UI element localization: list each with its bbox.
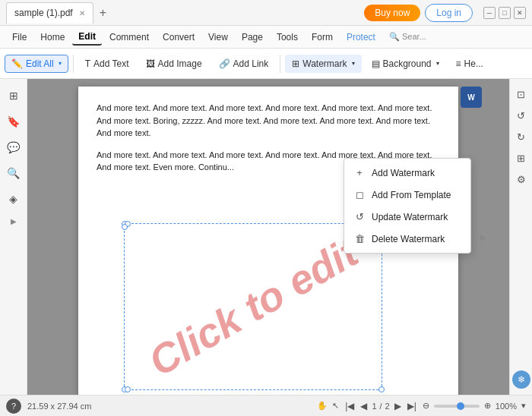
minimize-button[interactable]: ─ xyxy=(483,7,496,19)
link-icon: 🔗 xyxy=(219,58,230,69)
menu-page[interactable]: Page xyxy=(236,30,269,45)
help-snowflake-icon[interactable]: ❄ xyxy=(512,370,530,389)
menu-protect[interactable]: Protect xyxy=(340,30,382,45)
buy-now-button[interactable]: Buy now xyxy=(364,5,420,21)
window-controls: ─ □ ✕ xyxy=(483,7,526,19)
add-watermark-icon: + xyxy=(353,167,366,178)
new-tab-button[interactable]: + xyxy=(100,6,106,20)
background-dropdown-arrow: ▾ xyxy=(436,60,439,67)
prev-page-button[interactable]: ◀ xyxy=(359,401,369,411)
menu-search[interactable]: 🔍 Sear... xyxy=(383,30,432,44)
close-button[interactable]: ✕ xyxy=(514,7,526,19)
current-page: 1 xyxy=(372,402,376,411)
replace-image-icon[interactable]: ⊞ xyxy=(512,149,530,167)
tab-close-icon[interactable]: ✕ xyxy=(79,9,85,17)
login-button[interactable]: Log in xyxy=(425,4,473,22)
menu-convert[interactable]: Convert xyxy=(157,30,201,45)
right-panel-toggle[interactable]: ▶ xyxy=(480,233,486,241)
menu-tools[interactable]: Tools xyxy=(271,30,304,45)
menu-bar: File Home Edit Comment Convert View Page… xyxy=(0,26,532,49)
restore-button[interactable]: □ xyxy=(499,7,511,19)
watermark-button[interactable]: ⊞ Watermark ▾ xyxy=(285,55,361,73)
background-button[interactable]: ▤ Background ▾ xyxy=(365,55,446,73)
pdf-content-area: And more text. And more text. And more t… xyxy=(27,79,509,395)
search-panel-icon[interactable]: 🔍 xyxy=(3,162,24,184)
zoom-in-icon[interactable]: ⊕ xyxy=(484,401,491,411)
select-tool-icon[interactable]: ↖ xyxy=(332,401,339,411)
zoom-dropdown-arrow[interactable]: ▾ xyxy=(521,401,526,411)
right-panel: ⊡ ↺ ↻ ⊞ ⚙ ❄ xyxy=(509,79,532,395)
handle-bot-left[interactable] xyxy=(122,386,128,392)
header-icon: ≡ xyxy=(456,58,461,69)
menu-comment[interactable]: Comment xyxy=(103,30,155,45)
handle-top-center[interactable] xyxy=(125,221,131,227)
page-sep: / xyxy=(380,402,382,411)
rotate-cw-icon[interactable]: ↻ xyxy=(512,128,530,146)
add-image-button[interactable]: 🖼 Add Image xyxy=(139,55,209,73)
properties-icon[interactable]: ⚙ xyxy=(512,170,530,188)
menu-form[interactable]: Form xyxy=(306,30,339,45)
zoom-slider[interactable] xyxy=(434,405,480,408)
zoom-out-icon[interactable]: ⊖ xyxy=(423,401,429,411)
status-right: ✋ ↖ |◀ ◀ 1 / 2 ▶ ▶| ⊖ ⊕ 100% ▾ xyxy=(317,401,526,411)
layers-panel-icon[interactable]: ◈ xyxy=(3,188,24,210)
pdf-tab[interactable]: sample (1).pdf ✕ xyxy=(6,2,93,24)
bookmarks-panel-icon[interactable]: 🔖 xyxy=(3,111,24,132)
edit-icon: ✏️ xyxy=(11,58,23,69)
word-badge: W xyxy=(461,87,482,108)
handle-bot-right[interactable] xyxy=(378,386,385,392)
toolbar-separator xyxy=(73,55,74,73)
zoom-thumb xyxy=(457,402,464,410)
watermark-text: Click to edit xyxy=(141,228,366,386)
tab-label: sample (1).pdf xyxy=(14,8,73,18)
delete-watermark-item[interactable]: 🗑 Delete Watermark xyxy=(344,228,470,250)
edit-all-button[interactable]: ✏️ Edit All ▾ xyxy=(5,55,68,73)
handle-bot-center[interactable] xyxy=(125,386,131,392)
header-button[interactable]: ≡ He... xyxy=(449,55,490,73)
delete-icon: 🗑 xyxy=(353,233,366,244)
background-icon: ▤ xyxy=(372,58,380,69)
rotate-ccw-icon[interactable]: ↺ xyxy=(512,106,530,124)
page-dimensions: 21.59 x 27.94 cm xyxy=(27,402,91,411)
title-bar-actions: Buy now Log in ─ □ ✕ xyxy=(364,4,526,22)
panel-expand-arrow[interactable]: ▶ xyxy=(11,217,17,225)
main-layout: ⊞ 🔖 💬 🔍 ◈ ▶ And more text. And more text… xyxy=(0,79,532,395)
pages-panel-icon[interactable]: ⊞ xyxy=(3,85,24,106)
watermark-icon: ⊞ xyxy=(292,58,299,69)
handle-top-left[interactable] xyxy=(122,221,128,227)
menu-view[interactable]: View xyxy=(202,30,234,45)
watermark-dropdown-menu: + Add Watermark ◻ Add From Template ↺ Up… xyxy=(344,158,471,254)
edit-dropdown-arrow: ▾ xyxy=(59,60,62,67)
update-icon: ↺ xyxy=(353,211,366,222)
update-watermark-item[interactable]: ↺ Update Watermark xyxy=(344,206,470,228)
handle-mid-left[interactable] xyxy=(122,224,128,230)
toolbar-separator-2 xyxy=(280,55,280,73)
hand-tool-icon[interactable]: ✋ xyxy=(317,401,328,411)
title-bar: sample (1).pdf ✕ + Buy now Log in ─ □ ✕ xyxy=(0,0,532,26)
add-text-icon: T xyxy=(85,58,90,69)
comments-panel-icon[interactable]: 💬 xyxy=(3,137,24,158)
add-watermark-item[interactable]: + Add Watermark xyxy=(344,162,470,184)
zoom-level: 100% xyxy=(496,402,517,411)
template-icon: ◻ xyxy=(353,189,366,200)
menu-edit[interactable]: Edit xyxy=(72,29,102,46)
page-navigation: |◀ ◀ 1 / 2 ▶ ▶| xyxy=(344,401,418,411)
status-bar: ? 21.59 x 27.94 cm ✋ ↖ |◀ ◀ 1 / 2 ▶ ▶| ⊖… xyxy=(0,395,532,416)
add-link-button[interactable]: 🔗 Add Link xyxy=(212,55,276,73)
last-page-button[interactable]: ▶| xyxy=(406,401,418,411)
help-button[interactable]: ? xyxy=(6,399,21,414)
crop-icon[interactable]: ⊡ xyxy=(512,85,530,103)
left-panel: ⊞ 🔖 💬 🔍 ◈ ▶ xyxy=(0,79,27,395)
watermark-dropdown-arrow: ▾ xyxy=(352,60,355,67)
add-text-button[interactable]: T Add Text xyxy=(78,55,136,73)
menu-home[interactable]: Home xyxy=(34,30,71,45)
toolbar: ✏️ Edit All ▾ T Add Text 🖼 Add Image 🔗 A… xyxy=(0,49,532,79)
first-page-button[interactable]: |◀ xyxy=(344,401,356,411)
menu-file[interactable]: File xyxy=(6,30,33,45)
add-image-icon: 🖼 xyxy=(146,58,155,69)
pdf-text-1: And more text. And more text. And more t… xyxy=(97,102,440,140)
total-pages: 2 xyxy=(385,402,390,411)
add-from-template-item[interactable]: ◻ Add From Template xyxy=(344,184,470,206)
next-page-button[interactable]: ▶ xyxy=(393,401,403,411)
